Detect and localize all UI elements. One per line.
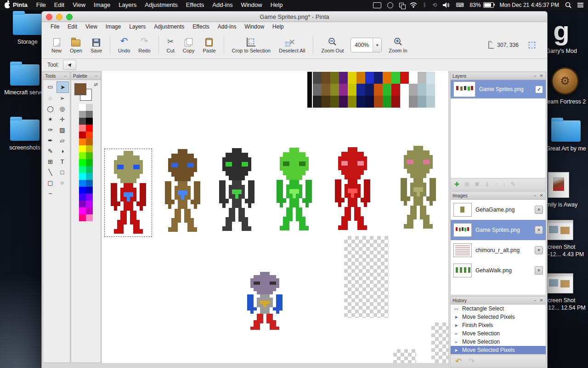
tool-pencil[interactable]: ✎ — [45, 146, 56, 156]
tool-color-picker[interactable]: ✑ — [45, 125, 56, 135]
zoom-out-button[interactable]: Zoom Out — [321, 36, 344, 53]
sprite-black[interactable] — [216, 148, 258, 231]
palette-color[interactable] — [86, 152, 93, 159]
tool-recolor[interactable]: ◑ — [57, 146, 68, 156]
tool-freeform-shape[interactable]: ~ — [45, 188, 56, 199]
delete-layer-button[interactable]: ✖ — [475, 181, 480, 188]
palette-color[interactable] — [86, 125, 93, 132]
current-tool-button[interactable]: ➤ — [63, 60, 76, 70]
history-item-finish-pixels[interactable]: ➤Finish Pixels — [451, 321, 546, 329]
macos-menu-effects[interactable]: Effects — [182, 0, 209, 10]
paste-button[interactable]: Paste — [203, 36, 215, 53]
duplicate-layer-button[interactable]: ⊞ — [464, 181, 469, 188]
images-panel-header[interactable]: Images – ✕ — [451, 192, 546, 200]
palette-color[interactable] — [79, 118, 86, 125]
palette-color[interactable] — [79, 132, 86, 138]
layers-panel-header[interactable]: Layers – ✕ — [451, 72, 546, 80]
palette-color[interactable] — [79, 166, 86, 173]
pinta-menu-effects[interactable]: Effects — [188, 23, 213, 30]
macos-menu-edit[interactable]: Edit — [50, 0, 68, 10]
close-panel-icon[interactable]: ✕ — [539, 193, 544, 198]
tool-line-curve[interactable]: ╲ — [45, 167, 56, 178]
sprite-green[interactable] — [273, 148, 315, 230]
tools-panel-header[interactable]: Tools – — [43, 72, 70, 80]
window-manager-icon[interactable] — [399, 3, 404, 7]
sprite-red-olive-head[interactable] — [107, 151, 149, 234]
macos-menu-add-ins[interactable]: Add-ins — [208, 0, 237, 10]
history-panel-header[interactable]: History – ✕ — [451, 297, 546, 305]
close-image-button[interactable]: ✕ — [535, 206, 543, 214]
chevron-down-icon[interactable]: ▾ — [373, 38, 381, 52]
close-image-button[interactable]: ✕ — [535, 226, 543, 234]
battery-status[interactable]: 83% — [470, 2, 494, 8]
image-item-chimoru-r-alt-png[interactable]: chimoru_r_alt.png✕ — [451, 240, 546, 260]
keyboard-input-icon[interactable]: ⌨ — [456, 2, 464, 8]
sprite-olive[interactable] — [397, 146, 439, 229]
window-titlebar[interactable]: Game Sprites.png* - Pinta — [42, 12, 547, 22]
sprite-bronze[interactable] — [162, 149, 204, 232]
close-panel-icon[interactable]: ✕ — [539, 298, 544, 303]
menubar-clock[interactable]: Mon Dec 21 4:45:37 PM — [500, 2, 559, 8]
palette-color[interactable] — [86, 118, 93, 125]
minimize-panel-icon[interactable]: – — [532, 74, 537, 78]
canvas[interactable] — [102, 71, 448, 363]
palette-color[interactable] — [79, 173, 86, 180]
undo-button[interactable]: ↶Undo — [118, 36, 130, 53]
palette-color[interactable] — [79, 104, 86, 111]
tool-gradient[interactable]: ▨ — [57, 125, 68, 135]
palette-color[interactable] — [79, 180, 86, 187]
image-item-game-sprites-png[interactable]: Game Sprites.png✕ — [451, 220, 546, 240]
palette-color[interactable] — [79, 145, 86, 152]
layer-visibility-checkbox[interactable]: ✓ — [535, 86, 543, 93]
move-layer-down-button[interactable]: ↓ — [503, 181, 506, 188]
minimize-panel-icon[interactable]: – — [532, 298, 537, 303]
history-item-move-selection[interactable]: ➢Move Selection — [451, 329, 546, 338]
minimize-panel-icon[interactable]: – — [94, 74, 99, 78]
pinta-menu-edit[interactable]: Edit — [63, 23, 81, 30]
palette-color[interactable] — [86, 166, 93, 173]
history-item-move-selection[interactable]: ➢Move Selection — [451, 338, 546, 346]
close-panel-icon[interactable]: ✕ — [539, 74, 544, 78]
tool-pan[interactable]: ✛ — [57, 114, 68, 125]
palette-panel-header[interactable]: Palette – — [71, 72, 101, 80]
desktop-icon-storage[interactable]: Storage — [9, 14, 46, 46]
macos-menu-adjustments[interactable]: Adjustments — [141, 0, 182, 10]
palette-color[interactable] — [79, 214, 86, 221]
save-button[interactable]: Save — [90, 36, 102, 53]
desktop-icon-great-art[interactable]: Great Art by me — [541, 121, 588, 152]
tool-ellipse-select[interactable]: ◯ — [45, 104, 56, 114]
palette-color[interactable] — [79, 207, 86, 214]
desktop-icon-screenshots[interactable]: screenshots — [6, 120, 43, 151]
tool-rectangle[interactable]: □ — [57, 167, 68, 178]
palette-color[interactable] — [79, 111, 86, 118]
pinta-menu-window[interactable]: Window — [240, 23, 268, 30]
add-layer-button[interactable]: ✚ — [454, 181, 459, 188]
minimize-panel-icon[interactable]: – — [63, 74, 68, 78]
primary-color-swatch[interactable] — [74, 83, 86, 95]
tool-move-selection[interactable]: ➢ — [57, 93, 68, 104]
zoom-level-combo[interactable]: 400% ▾ — [351, 38, 382, 52]
palette-color[interactable] — [86, 180, 93, 187]
tool-lasso-select[interactable]: ◌ — [45, 93, 56, 104]
pinta-menu-image[interactable]: Image — [102, 23, 125, 30]
history-redo-button[interactable]: ↷ — [468, 356, 475, 366]
bluetooth-icon[interactable]: ᛒ — [423, 2, 426, 8]
deselect-all-button[interactable]: ✕Deselect All — [279, 36, 305, 53]
tool-move-selected-pixels[interactable]: ➤ — [57, 81, 69, 93]
volume-icon[interactable] — [443, 2, 450, 8]
palette-color[interactable] — [79, 125, 86, 132]
move-layer-up-button[interactable]: ↑ — [495, 181, 498, 188]
palette-color[interactable] — [79, 152, 86, 159]
palette-color[interactable] — [86, 104, 93, 111]
palette-color[interactable] — [86, 201, 93, 207]
palette-color[interactable] — [79, 187, 86, 194]
palette-color[interactable] — [86, 207, 93, 214]
tool-text[interactable]: T — [57, 156, 68, 167]
notification-center-icon[interactable] — [577, 3, 583, 4]
merge-layer-down-button[interactable]: ⇓ — [485, 181, 490, 188]
tool-rounded-rectangle[interactable]: ▢ — [45, 178, 56, 188]
macos-menu-file[interactable]: File — [32, 0, 50, 10]
sync-app-icon[interactable] — [387, 2, 393, 8]
new-button[interactable]: New — [51, 36, 62, 53]
pinta-menu-layers[interactable]: Layers — [125, 23, 150, 30]
